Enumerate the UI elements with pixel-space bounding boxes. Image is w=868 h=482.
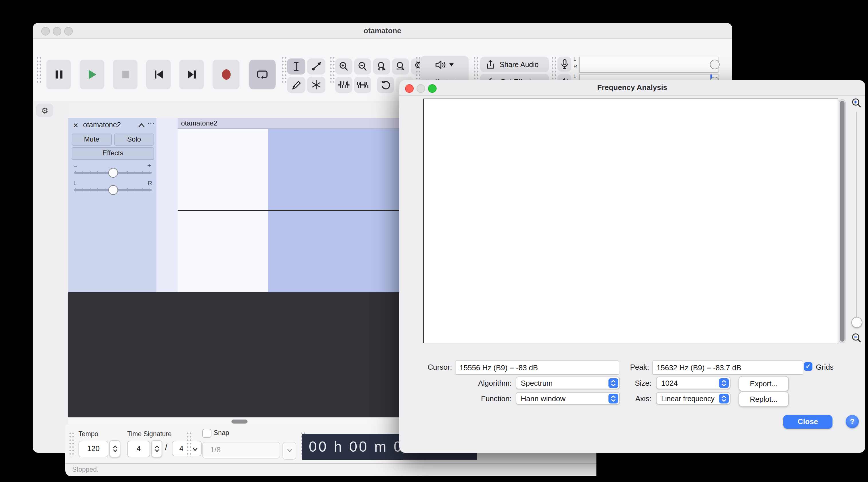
playback-meter-left-label: L [574,74,576,79]
plot-zoom-slider-track[interactable] [856,112,857,318]
record-meter[interactable] [579,57,718,73]
zoom-in-plot-icon[interactable] [851,97,862,109]
snap-interval-select[interactable]: 1/8 [202,442,280,458]
loop-button[interactable] [249,60,276,89]
pan-slider-thumb[interactable] [108,185,118,195]
selection-tool-button[interactable] [287,58,305,74]
stop-button[interactable] [113,60,137,89]
record-button[interactable] [213,60,240,89]
timeline-options-button[interactable]: ⚙ [36,104,53,117]
effects-button[interactable]: Effects [72,147,154,160]
fit-project-button[interactable] [392,58,409,74]
silence-audio-button[interactable] [354,77,371,93]
spectrum-plot[interactable] [424,98,838,343]
plot-zoom-slider-thumb[interactable] [851,317,862,328]
size-label: Size: [626,379,651,387]
skip-to-end-button[interactable] [179,60,204,89]
frequency-axis [424,343,837,359]
envelope-tool-icon [311,61,321,72]
share-audio-button[interactable]: Share Audio [480,57,549,72]
pan-left-label: L [73,179,77,186]
function-select[interactable]: Hann window [516,392,620,404]
horizontal-scrollbar-thumb[interactable] [231,420,248,424]
tempo-label: Tempo [79,430,98,437]
record-meter-mic-button[interactable] [557,57,571,72]
status-bar: Stopped. [65,463,596,476]
timesig-grip[interactable] [69,431,74,457]
snap-interval-dropdown-button[interactable] [282,442,296,460]
stepper-down-icon [154,449,159,452]
snap-grip[interactable] [186,431,191,457]
envelope-tool-button[interactable] [307,58,326,74]
tempo-value[interactable]: 120 [79,441,108,457]
grids-checkbox[interactable]: ✓ [804,362,812,371]
cursor-field[interactable]: 15556 Hz (B9) = -83 dB [455,361,619,375]
skip-to-start-button[interactable] [146,60,171,89]
zoom-out-plot-icon[interactable] [851,332,862,344]
mute-button[interactable]: Mute [72,133,112,146]
gain-slider-thumb[interactable] [108,168,118,178]
close-button[interactable]: Close [783,415,833,429]
main-titlebar[interactable]: otamatone [33,23,732,39]
trim-audio-button[interactable] [335,77,352,93]
snap-label: Snap [214,429,229,436]
share-grip[interactable] [473,56,478,84]
export-button[interactable]: Export... [739,376,789,391]
skip-to-end-icon [186,69,197,80]
algorithm-select[interactable]: Spectrum [516,376,620,389]
fit-selection-button[interactable] [373,58,390,74]
axis-select[interactable]: Linear frequency [656,392,731,404]
timesig-upper-value[interactable]: 4 [127,441,150,457]
gear-icon: ⚙ [41,106,48,115]
size-select[interactable]: 1024 [656,376,731,389]
tools-grip[interactable] [281,56,286,84]
solo-button[interactable]: Solo [114,133,154,146]
meter-grip[interactable] [551,56,556,84]
plot-vertical-scrollbar-thumb[interactable] [840,101,844,341]
snap-checkbox[interactable] [202,429,211,438]
snap-interval-value: 1/8 [210,445,221,454]
track-name[interactable]: otamatone2 [83,121,121,129]
track-menu-icon[interactable]: ⋯ [147,119,155,128]
timesig-upper-stepper[interactable] [151,440,162,457]
help-button[interactable]: ? [846,415,859,428]
zoom-in-icon [339,61,349,72]
collapse-track-icon[interactable] [138,123,145,128]
close-track-icon[interactable]: ✕ [73,121,79,129]
play-button[interactable] [80,60,104,89]
pause-icon [54,69,64,80]
undo-button[interactable] [377,77,394,93]
plot-vertical-scrollbar[interactable] [839,99,846,343]
fit-project-icon [395,61,406,72]
record-meter-slider-thumb[interactable] [710,60,720,69]
dropdown-arrow-icon [449,63,454,66]
draw-tool-button[interactable] [287,77,305,93]
edit-grip[interactable] [330,56,335,84]
status-text: Stopped. [72,466,98,473]
replot-button[interactable]: Replot... [739,391,789,407]
chevron-down-icon [287,449,292,452]
share-icon [486,60,495,69]
zoom-in-button[interactable] [335,58,352,74]
peak-field[interactable]: 15632 Hz (B9) = -83.7 dB [652,361,803,375]
transport-grip[interactable] [36,56,41,84]
track-vertical-ruler[interactable] [156,118,178,292]
axis-value: Linear frequency [661,395,714,403]
record-meter-left-label: L [574,57,576,62]
axis-label: Axis: [626,394,651,403]
timesig-lower-value: 4 [179,444,183,453]
algorithm-label: Algorithm: [454,379,512,387]
pan-right-label: R [148,179,152,186]
zoom-out-button[interactable] [354,58,371,74]
timesig-slash: / [165,442,167,452]
microphone-icon [561,59,568,69]
dialog-titlebar[interactable]: Frequency Analysis [399,80,865,96]
pause-button[interactable] [46,60,71,89]
screen: otamatone [0,0,868,482]
selection-tool-icon [292,61,300,72]
tempo-stepper[interactable] [110,440,120,457]
track-control-panel: ✕ otamatone2 ⋯ Mute Solo Effects − + L R [68,118,157,293]
function-value: Hann window [521,394,565,403]
select-caret-icon [609,378,618,388]
multi-tool-button[interactable] [307,77,326,93]
